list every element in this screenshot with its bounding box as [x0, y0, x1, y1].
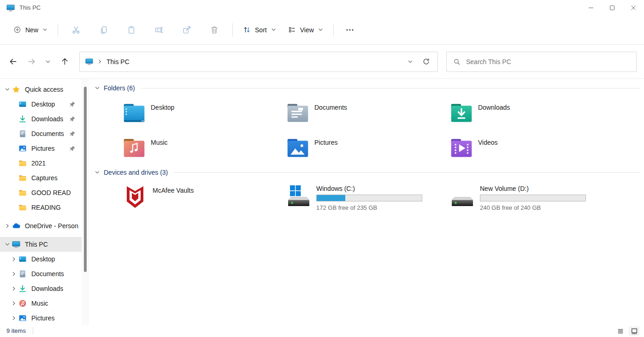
tile-label: McAfee Vaults [153, 187, 194, 194]
search-input[interactable] [466, 58, 630, 65]
chevron-down-icon[interactable] [95, 170, 100, 175]
sidebar-item-captures[interactable]: Captures [0, 171, 82, 185]
cut-icon [71, 25, 81, 35]
close-icon [631, 5, 636, 11]
sidebar-item-this-pc[interactable]: This PC [0, 237, 82, 252]
sidebar-item-good-read[interactable]: GOOD READ [0, 185, 82, 200]
sidebar-scrollbar[interactable] [82, 79, 89, 325]
rename-button[interactable] [150, 21, 168, 39]
sidebar-item-2021[interactable]: 2021 [0, 156, 82, 171]
folder-mini-icon [18, 159, 27, 167]
recent-locations-button[interactable] [41, 53, 54, 70]
sidebar-item-label: Desktop [31, 101, 55, 108]
tile-music[interactable]: Music [122, 136, 286, 160]
sidebar-item-desktop[interactable]: Desktop [0, 97, 82, 112]
delete-icon [210, 25, 219, 35]
copy-button[interactable] [95, 21, 113, 39]
toolbar-divider [333, 23, 334, 37]
sidebar-item-quick-access[interactable]: Quick access [0, 82, 82, 97]
chevron-right-icon[interactable] [9, 315, 18, 321]
minimize-button[interactable] [580, 0, 602, 15]
pin-icon [69, 101, 76, 107]
chevron-right-icon[interactable] [9, 286, 18, 291]
delete-button[interactable] [205, 21, 224, 39]
sidebar-item-pictures[interactable]: Pictures [0, 311, 82, 325]
forward-button[interactable] [23, 53, 40, 70]
drive-tile-windows-c[interactable]: Windows (C:)172 GB free of 235 GB [286, 184, 449, 211]
address-bar[interactable]: This PC [79, 52, 438, 72]
sidebar-item-music[interactable]: Music [0, 296, 82, 311]
sidebar-item-label: Pictures [31, 145, 55, 152]
picture-mini-icon [18, 144, 27, 153]
window-controls [580, 0, 644, 15]
refresh-button[interactable] [418, 54, 434, 70]
nav-buttons [4, 53, 74, 70]
items-count: 9 items [6, 327, 26, 334]
sidebar-item-label: Documents [31, 130, 64, 137]
chevron-right-icon[interactable] [9, 256, 18, 262]
refresh-icon [422, 58, 430, 65]
sidebar-item-downloads[interactable]: Downloads [0, 112, 82, 126]
view-button[interactable]: View [282, 21, 329, 39]
section-header[interactable]: Folders (6) [95, 83, 640, 93]
details-view-button[interactable] [615, 326, 626, 336]
scrollbar-thumb[interactable] [84, 87, 87, 272]
folder-mini-icon [18, 174, 27, 182]
chevron-down-icon[interactable] [2, 242, 12, 247]
chevron-right-icon[interactable] [2, 223, 12, 229]
sidebar-item-documents[interactable]: Documents [0, 266, 82, 281]
chevron-down-icon[interactable] [2, 87, 12, 92]
sidebar-item-label: Desktop [31, 255, 55, 263]
address-dropdown-button[interactable] [402, 54, 418, 70]
sidebar-item-documents[interactable]: Documents [0, 126, 82, 141]
sidebar-item-desktop[interactable]: Desktop [0, 252, 82, 266]
share-button[interactable] [177, 21, 196, 39]
view-list-icon [288, 26, 296, 34]
folder-music-icon [122, 136, 146, 160]
tile-documents[interactable]: Documents [286, 101, 449, 125]
tile-downloads[interactable]: Downloads [449, 101, 613, 125]
large-icons-view-button[interactable] [629, 326, 639, 336]
sort-button-label: Sort [255, 26, 267, 34]
folder-downloads-icon [449, 101, 473, 125]
breadcrumb[interactable]: This PC [106, 58, 130, 65]
paste-button[interactable] [122, 21, 141, 39]
tile-mcafee-vaults[interactable]: McAfee Vaults [122, 184, 286, 208]
tile-desktop[interactable]: Desktop [122, 101, 286, 125]
drive-name: Windows (C:) [316, 185, 422, 192]
chevron-right-icon[interactable] [9, 301, 18, 306]
up-arrow-icon [60, 57, 69, 66]
tile-videos[interactable]: Videos [449, 136, 613, 160]
maximize-button[interactable] [602, 0, 623, 15]
sidebar-item-label: This PC [25, 241, 48, 248]
drive-icon [449, 184, 475, 211]
sort-button[interactable]: Sort [237, 21, 282, 39]
folder-mini-icon [18, 203, 27, 212]
chevron-down-icon[interactable] [95, 85, 100, 91]
sidebar-item-label: Pictures [31, 314, 55, 322]
search-icon [453, 58, 461, 65]
folder-mini-icon [18, 189, 27, 197]
search-box[interactable] [446, 52, 637, 72]
sidebar-item-downloads[interactable]: Downloads [0, 281, 82, 296]
up-button[interactable] [56, 53, 73, 70]
sidebar-item-reading[interactable]: READING [0, 200, 82, 215]
more-dots-icon [345, 25, 354, 35]
folder-desktop-icon [122, 101, 146, 125]
chevron-right-icon[interactable] [9, 271, 18, 277]
drive-tile-new-volume-d[interactable]: New Volume (D:)240 GB free of 240 GB [449, 184, 613, 211]
new-button[interactable]: New [7, 21, 53, 39]
close-button[interactable] [623, 0, 644, 15]
back-button[interactable] [5, 53, 21, 70]
chevron-down-icon [408, 59, 413, 65]
sidebar-item-onedrive-person[interactable]: OneDrive - Person [0, 219, 82, 233]
cut-button[interactable] [67, 21, 85, 39]
tile-pictures[interactable]: Pictures [286, 136, 449, 160]
toolbar-divider [232, 23, 233, 37]
toolbar: New Sort View [0, 15, 644, 45]
see-more-button[interactable] [341, 21, 359, 39]
large-icons-view-icon [631, 327, 638, 335]
section-header[interactable]: Devices and drives (3) [95, 168, 640, 177]
folder-documents-icon [286, 101, 310, 125]
sidebar-item-pictures[interactable]: Pictures [0, 141, 82, 156]
